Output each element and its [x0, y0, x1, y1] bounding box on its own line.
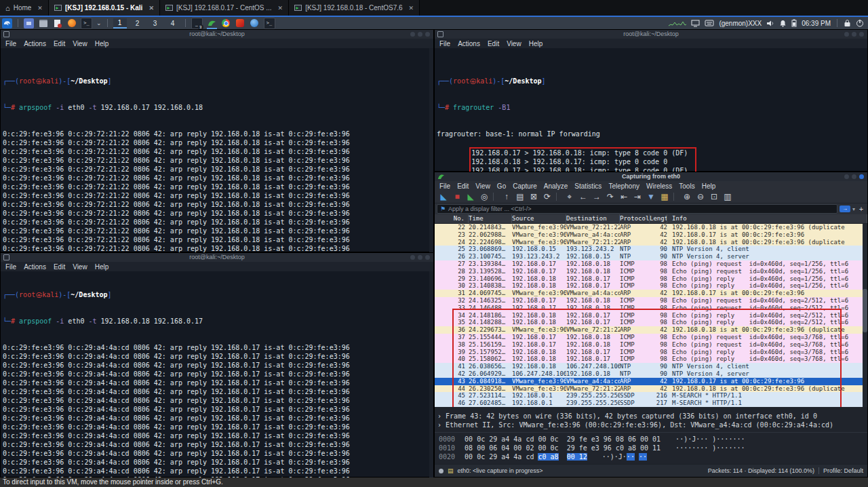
capture-file-icon[interactable]: ▤ — [448, 467, 454, 474]
menu-view[interactable]: View — [507, 40, 521, 47]
packet-row-45[interactable]: 4527.523114…192.168.0.1239.255.255.250SS… — [435, 392, 867, 400]
packet-row-30[interactable]: 3023.140838…192.168.0.18192.168.0.17ICMP… — [435, 282, 867, 290]
hex-row[interactable]: 000000 0c 29 a4 4a cd 00 0c 29 fe e3 96 … — [439, 435, 867, 444]
browser-tab-centos17[interactable]: [KSJ] 192.168.0.17 - CentOS ... ✕ — [160, 0, 289, 16]
firefox-icon[interactable] — [66, 18, 77, 28]
terminal-output[interactable]: ┌──(root㉿kali)-[~/Desktop] └─# arpspoof … — [1, 271, 433, 478]
first-packet-icon[interactable]: ⇤ — [618, 191, 630, 202]
power-icon[interactable] — [856, 19, 864, 27]
resize-columns-icon[interactable]: ▥ — [722, 191, 734, 202]
menu-tools[interactable]: Tools — [679, 182, 694, 190]
display-icon[interactable] — [691, 20, 700, 27]
auto-scroll-icon[interactable]: ▼ — [645, 191, 657, 202]
chrome-icon[interactable] — [221, 18, 231, 28]
window-manager-icon[interactable] — [24, 18, 34, 28]
window-titlebar[interactable]: Capturing from eth0 — [435, 172, 867, 181]
menu-help[interactable]: Help — [95, 40, 109, 47]
packet-row-38[interactable]: 3825.156159…192.168.0.17192.168.0.18ICMP… — [435, 341, 867, 349]
terminal-scrollbar[interactable] — [429, 271, 433, 478]
keyboard-icon[interactable] — [705, 20, 714, 26]
menu-help[interactable]: Help — [95, 263, 109, 271]
packet-row-26[interactable]: 2623.100745…193.123.243.2192.168.0.15NTP… — [435, 253, 867, 260]
lock-icon[interactable] — [844, 19, 851, 27]
kali-menu-icon[interactable] — [2, 18, 12, 28]
packet-row-28[interactable]: 2823.139528…192.168.0.17192.168.0.18ICMP… — [435, 268, 867, 275]
menu-edit[interactable]: Edit — [54, 263, 65, 271]
workspace-1[interactable]: 1 — [113, 18, 127, 28]
menu-go[interactable]: Go — [497, 182, 506, 190]
browser-tab-kali[interactable]: [KSJ] 192.168.0.15 - Kali ✕ — [49, 0, 160, 16]
workspace-4[interactable]: 4 — [166, 19, 180, 28]
terminal-output[interactable]: ┌──(root㉿kali)-[~/Desktop] └─# fragroute… — [435, 48, 867, 182]
save-file-icon[interactable]: ▤ — [514, 191, 526, 202]
packet-row-22[interactable]: 2220.214843…VMware_fe:e3:96VMware_72:21:… — [435, 224, 867, 231]
filter-bookmark-icon[interactable]: ⚑ — [440, 206, 446, 212]
packet-row-37[interactable]: 3725.155444…192.168.0.17192.168.0.18ICMP… — [435, 334, 867, 341]
notification-bell-icon[interactable] — [779, 20, 787, 27]
colorize-icon[interactable]: ▦ — [658, 191, 671, 202]
menu-actions[interactable]: Actions — [24, 263, 46, 271]
menu-actions[interactable]: Actions — [458, 40, 480, 47]
zoom-100-icon[interactable]: ⊡ — [708, 191, 720, 202]
packet-list-scrollbar[interactable] — [863, 224, 867, 407]
packet-row-34[interactable]: 3424.148186…192.168.0.18192.168.0.17ICMP… — [435, 312, 867, 319]
file-manager-icon[interactable] — [38, 18, 48, 28]
window-controls[interactable] — [410, 255, 430, 260]
packet-row-43[interactable]: 4326.084918…VMware_fe:e3:96VMware_a4:4a:… — [435, 378, 867, 385]
packet-row-36[interactable]: 3624.229673…VMware_fe:e3:96VMware_72:21:… — [435, 326, 867, 334]
packet-row-32[interactable]: 3224.146325…192.168.0.17192.168.0.18ICMP… — [435, 297, 867, 305]
browser-tab-centos18[interactable]: [KSJ] 192.168.0.18 - CentOS7.6 ✕ — [289, 0, 420, 16]
packet-row-35[interactable]: 3524.148288…192.168.0.18192.168.0.17ICMP… — [435, 319, 867, 326]
go-to-packet-icon[interactable]: ↷ — [604, 191, 616, 202]
volume-icon[interactable] — [766, 20, 774, 27]
window-titlebar[interactable]: root@kali:~/Desktop — [435, 30, 867, 39]
zoom-out-icon[interactable]: ⊖ — [694, 191, 707, 202]
add-filter-button[interactable]: + — [857, 205, 865, 213]
chevron-down-icon[interactable]: ⌄ — [96, 20, 102, 26]
packet-row-33[interactable]: 3324.146488…192.168.0.17192.168.0.18ICMP… — [435, 305, 867, 312]
tab-close-icon[interactable]: ✕ — [409, 5, 414, 12]
restart-capture-icon[interactable]: ◣ — [465, 191, 477, 202]
packet-row-29[interactable]: 2923.140696…192.168.0.18192.168.0.17ICMP… — [435, 275, 867, 283]
packet-row-39[interactable]: 3925.157952…192.168.0.18192.168.0.17ICMP… — [435, 349, 867, 356]
tab-close-icon[interactable]: ✕ — [149, 5, 154, 12]
column-source[interactable]: Source — [512, 214, 566, 223]
menu-wireless[interactable]: Wireless — [646, 182, 672, 190]
packet-row-23[interactable]: 2322.062988…VMware_fe:e3:96VMware_a4:4a:… — [435, 231, 867, 239]
packet-detail-line[interactable]: › Ethernet II, Src: VMware_fe:e3:96 (00:… — [437, 421, 867, 429]
packet-detail-line[interactable]: › Frame 43: 42 bytes on wire (336 bits),… — [437, 412, 867, 421]
menu-actions[interactable]: Actions — [24, 40, 46, 47]
terminal-scrollbar[interactable] — [429, 48, 433, 262]
battery-icon[interactable] — [791, 19, 797, 27]
capture-status-icon[interactable] — [439, 469, 443, 473]
terminal-windows-icon[interactable]: _ 3 — [191, 18, 203, 29]
packet-row-40[interactable]: 4025.158062…192.168.0.18192.168.0.17ICMP… — [435, 355, 867, 363]
menu-help[interactable]: Help — [702, 182, 716, 190]
window-controls[interactable] — [410, 32, 430, 37]
tab-close-icon[interactable]: ✕ — [278, 5, 283, 12]
column-time[interactable]: Time — [469, 214, 512, 223]
packet-row-46[interactable]: 4627.602485…192.168.0.1239.255.255.250SS… — [435, 400, 867, 407]
menu-analyze[interactable]: Analyze — [544, 182, 568, 190]
window-controls[interactable] — [844, 174, 864, 179]
column-destination[interactable]: Destination — [566, 214, 620, 223]
terminal-launcher-icon[interactable]: >_ — [81, 18, 92, 29]
browser-tab-home[interactable]: ⌂ Home ✕ — [0, 0, 49, 16]
packet-row-42[interactable]: 4226.064929…106.247.248.106192.168.0.18N… — [435, 370, 867, 378]
menu-file[interactable]: File — [439, 182, 450, 190]
hex-row[interactable]: 002000 0c 29 a4 4a cd c0 a8 00 12··)·J··… — [439, 452, 867, 461]
scrollbar-thumb[interactable] — [863, 289, 867, 332]
menu-capture[interactable]: Capture — [513, 182, 537, 190]
packet-row-41[interactable]: 4126.038656…192.168.0.18106.247.248.106N… — [435, 363, 867, 370]
workspace-2[interactable]: 2 — [131, 19, 144, 28]
menu-file[interactable]: File — [5, 263, 16, 271]
menu-file[interactable]: File — [439, 40, 450, 47]
zoom-in-icon[interactable]: ⊕ — [681, 191, 693, 202]
close-file-icon[interactable]: ⊠ — [528, 191, 540, 202]
last-packet-icon[interactable]: ⇥ — [631, 191, 644, 202]
menu-statistics[interactable]: Statistics — [574, 182, 601, 190]
terminal-output[interactable]: ┌──(root㉿kali)-[~/Desktop] └─# arpspoof … — [1, 48, 433, 262]
menu-edit[interactable]: Edit — [54, 40, 65, 47]
apply-filter-button[interactable]: → — [840, 206, 850, 212]
column-info[interactable]: Info — [667, 214, 867, 223]
